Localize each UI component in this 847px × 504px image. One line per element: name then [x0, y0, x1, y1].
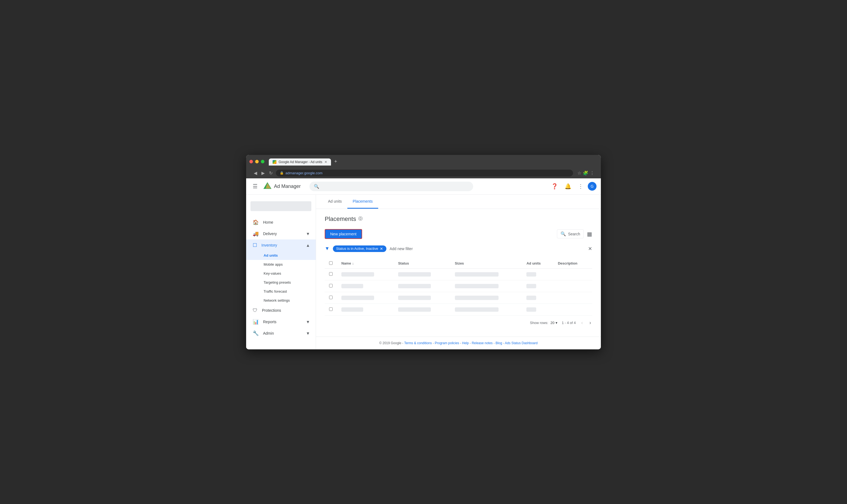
forward-btn[interactable]: ▶	[260, 169, 266, 177]
row-checkbox[interactable]	[329, 307, 333, 311]
sidebar-label-protections: Protections	[262, 308, 309, 312]
sidebar-item-admin[interactable]: 🔧 Admin ▾	[246, 327, 316, 339]
row-name-cell	[337, 304, 394, 315]
table-row	[325, 304, 592, 315]
footer-program-policies-link[interactable]: Program policies	[435, 341, 459, 345]
help-btn[interactable]: ❓	[549, 181, 560, 192]
sidebar-item-protections[interactable]: 🛡 Protections	[246, 305, 316, 316]
extension-icon[interactable]: 🧩	[583, 170, 588, 176]
select-all-header[interactable]	[325, 258, 337, 269]
footer-copyright: © 2019 Google -	[379, 341, 403, 345]
row-name-cell	[337, 280, 394, 292]
bell-icon: 🔔	[565, 183, 571, 189]
col-header-ad-units[interactable]: Ad units	[522, 258, 553, 269]
footer-sep2: -	[460, 341, 461, 345]
tab-placements[interactable]: Placements	[347, 195, 378, 209]
rows-value: 20	[550, 321, 554, 325]
sidebar-item-reports[interactable]: 📊 Reports ▾	[246, 316, 316, 327]
footer-help-link[interactable]: Help	[462, 341, 469, 345]
notifications-btn[interactable]: 🔔	[562, 181, 574, 192]
address-bar[interactable]: 🔒 admanager.google.com	[276, 169, 573, 177]
row-checkbox-cell[interactable]	[325, 268, 337, 280]
sidebar-subitem-traffic-forecast[interactable]: Traffic forecast	[246, 287, 316, 296]
tab-ad-units[interactable]: Ad units	[322, 195, 347, 209]
pagination-info: 1 - 4 of 4	[562, 321, 576, 325]
menu-btn[interactable]: ☰	[250, 181, 260, 192]
search-icon: 🔍	[314, 184, 319, 189]
sidebar-subitem-targeting-presets[interactable]: Targeting presets	[246, 278, 316, 287]
star-icon[interactable]: ☆	[577, 170, 581, 176]
lock-icon: 🔒	[280, 171, 284, 175]
row-checkbox-cell[interactable]	[325, 304, 337, 315]
row-name-cell	[337, 292, 394, 304]
toolbar-right: 🔍 Search ▦	[557, 229, 592, 238]
row-checkbox-cell[interactable]	[325, 292, 337, 304]
toolbar: New placement 🔍 Search ▦	[325, 229, 592, 239]
tab-close-btn[interactable]: ✕	[324, 160, 327, 164]
footer-sep5: -	[503, 341, 504, 345]
row-status-cell	[394, 304, 451, 315]
hamburger-icon: ☰	[253, 183, 258, 189]
sidebar-subitem-mobile-apps[interactable]: Mobile apps	[246, 260, 316, 269]
sidebar: 🏠 Home 🚚 Delivery ▾ ☐ Inventory ▴ Ad uni…	[246, 195, 316, 349]
app-logo[interactable]: Ad Manager	[263, 182, 301, 191]
active-tab[interactable]: Google Ad Manager - Ad units ✕	[269, 159, 331, 165]
tab-favicon	[272, 160, 277, 164]
row-ad-units-cell	[522, 280, 553, 292]
sidebar-item-delivery[interactable]: 🚚 Delivery ▾	[246, 228, 316, 239]
row-checkbox[interactable]	[329, 284, 333, 287]
more-options-btn[interactable]: ⋮	[576, 181, 586, 192]
new-tab-btn[interactable]: +	[332, 158, 339, 165]
footer-terms-link[interactable]: Terms & conditions	[404, 341, 432, 345]
minimize-dot[interactable]	[255, 160, 259, 163]
rows-per-page-select[interactable]: 20 ▾	[550, 321, 557, 325]
footer-ads-status-link[interactable]: Ads Status Dashboard	[505, 341, 537, 345]
show-rows-label: Show rows:	[530, 321, 548, 325]
table-search-bar[interactable]: 🔍 Search	[557, 229, 584, 238]
prev-page-btn[interactable]: ‹	[580, 319, 584, 327]
page-help-icon[interactable]: ⓪	[358, 216, 363, 222]
columns-icon[interactable]: ▦	[587, 231, 592, 237]
sidebar-item-inventory[interactable]: ☐ Inventory ▴	[246, 239, 316, 251]
row-status-cell	[394, 268, 451, 280]
close-dot[interactable]	[249, 160, 253, 163]
filter-clear-btn[interactable]: ✕	[588, 246, 592, 252]
footer-blog-link[interactable]: Blog	[496, 341, 502, 345]
back-btn[interactable]: ◀	[253, 169, 258, 177]
row-description-cell	[553, 268, 592, 280]
table-row	[325, 292, 592, 304]
footer-release-notes-link[interactable]: Release notes	[472, 341, 493, 345]
row-checkbox[interactable]	[329, 295, 333, 299]
row-checkbox-cell[interactable]	[325, 280, 337, 292]
page-content: Placements ⓪ New placement 🔍 Search ▦	[316, 209, 601, 337]
sidebar-subitem-network-settings[interactable]: Network settings	[246, 296, 316, 305]
col-header-name[interactable]: Name ↓	[337, 258, 394, 269]
row-name-cell	[337, 268, 394, 280]
logo-svg	[263, 182, 272, 191]
refresh-btn[interactable]: ↻	[268, 169, 274, 177]
footer-sep3: -	[470, 341, 471, 345]
maximize-dot[interactable]	[261, 160, 264, 163]
more-icon[interactable]: ⋮	[590, 170, 594, 176]
filter-chip[interactable]: Status is in Active, Inactive ✕	[333, 246, 386, 252]
next-page-btn[interactable]: ›	[588, 319, 592, 327]
col-header-status[interactable]: Status	[394, 258, 451, 269]
select-all-checkbox[interactable]	[329, 261, 333, 265]
sidebar-item-home[interactable]: 🏠 Home	[246, 217, 316, 228]
add-filter-btn[interactable]: Add new filter	[390, 247, 413, 251]
search-input[interactable]	[322, 184, 469, 188]
sidebar-subitem-key-values[interactable]: Key-values	[246, 269, 316, 278]
global-search[interactable]: 🔍	[310, 182, 473, 191]
new-placement-button[interactable]: New placement	[325, 229, 362, 239]
avatar[interactable]: G	[588, 182, 597, 191]
more-vert-icon: ⋮	[578, 183, 583, 189]
sidebar-account-selector[interactable]	[250, 201, 311, 211]
sidebar-subitem-ad-units[interactable]: Ad units	[246, 251, 316, 260]
filter-chip-label: Status is in Active, Inactive	[336, 247, 378, 251]
filter-chip-close[interactable]: ✕	[380, 247, 383, 251]
row-checkbox[interactable]	[329, 272, 333, 276]
filter-icon[interactable]: ▼	[325, 246, 330, 251]
row-sizes-cell	[451, 292, 522, 304]
filter-row: ▼ Status is in Active, Inactive ✕ Add ne…	[325, 243, 592, 254]
col-header-sizes[interactable]: Sizes	[451, 258, 522, 269]
